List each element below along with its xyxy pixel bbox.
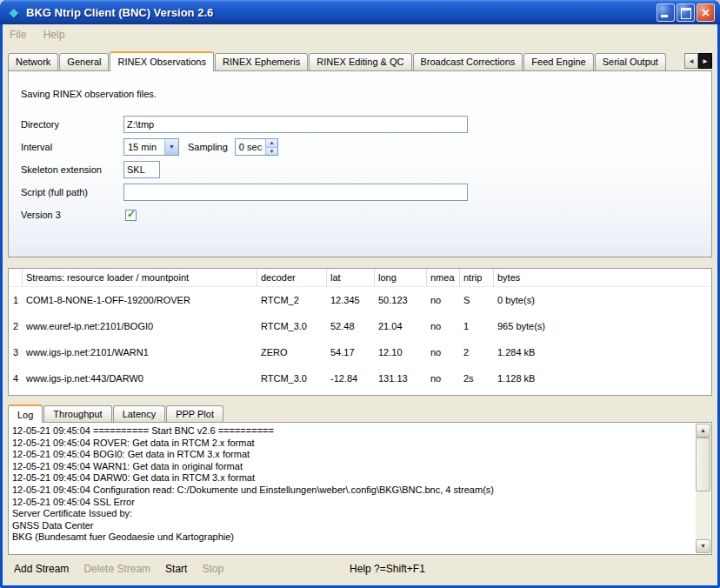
delete-stream-button[interactable]: Delete Stream [83,563,150,575]
directory-input[interactable] [123,116,468,133]
header-bytes: bytes [494,269,711,287]
cell-bytes: 1.128 kB [494,373,711,384]
log-line: 12-05-21 09:45:04 DARW0: Get data in RTC… [12,472,692,484]
log-line: GNSS Data Center [12,520,692,532]
script-path-input[interactable] [123,184,468,201]
panel-description: Saving RINEX observation files. [21,89,711,99]
log-line: Server Certificate Issued by: [12,508,692,520]
cell-mountpoint: www.igs-ip.net:443/DARW0 [23,373,257,384]
row-number: 3 [9,347,23,357]
cell-lat: -12.84 [327,373,375,384]
log-line: 12-05-21 09:45:04 WARN1: Get data in ori… [12,461,692,473]
menu-file[interactable]: File [10,29,26,41]
cell-lat: 52.48 [327,321,375,331]
header-decoder: decoder [257,269,327,287]
scrollbar-thumb[interactable] [696,438,710,491]
spin-up-icon[interactable]: ▲ [266,139,277,147]
tab-scroll-right-button[interactable]: ► [698,53,712,69]
tab-rinex-ephemeris[interactable]: RINEX Ephemeris [215,53,308,70]
tab-serial-output[interactable]: Serial Output [595,53,666,70]
table-row[interactable]: 2 www.euref-ip.net:2101/BOGI0 RTCM_3.0 5… [9,313,711,339]
app-icon: ◆ [6,4,22,20]
interval-value: 15 min [124,139,164,155]
cell-long: 50.123 [375,295,427,305]
log-line: 12-05-21 09:45:04 ROVER: Get data in RTC… [12,438,692,450]
tab-latency[interactable]: Latency [113,405,166,422]
directory-label: Directory [21,119,123,130]
scroll-up-icon: ▲ [700,427,706,433]
cell-long: 131.13 [375,373,427,384]
rinex-observations-panel: Saving RINEX observation files. Director… [8,70,712,257]
chevron-down-icon[interactable]: ▼ [164,139,178,155]
version3-row: Version 3 ✓ [21,204,711,226]
skeleton-extension-label: Skeleton extension [21,164,123,175]
scroll-left-icon: ◄ [688,57,695,65]
table-row[interactable]: 3 www.igs-ip.net:2101/WARN1 ZERO 54.17 1… [9,339,711,365]
spin-down-icon[interactable]: ▼ [266,147,277,156]
cell-mountpoint: www.igs-ip.net:2101/WARN1 [23,347,257,357]
tab-ppp-plot[interactable]: PPP Plot [166,405,223,422]
add-stream-button[interactable]: Add Stream [14,563,69,575]
script-path-label: Script (full path) [21,187,123,197]
tab-scroll-left-button[interactable]: ◄ [684,53,698,69]
streams-table-header: Streams: resource loader / mountpoint de… [9,269,711,287]
tab-feed-engine[interactable]: Feed Engine [523,53,593,70]
cell-bytes: 0 byte(s) [494,295,711,305]
log-line: BKG (Bundesamt fuer Geodaesie und Kartog… [12,531,692,544]
version3-checkbox[interactable]: ✓ [125,210,137,221]
cell-nmea: no [427,295,460,305]
tab-log[interactable]: Log [8,404,43,423]
close-button[interactable]: ✕ [697,3,715,22]
scroll-right-icon: ► [702,57,709,65]
header-long: long [375,269,427,287]
directory-row: Directory [21,113,711,136]
tab-rinex-observations[interactable]: RINEX Observations [110,51,213,71]
skeleton-row: Skeleton extension [21,158,711,181]
stop-button[interactable]: Stop [202,563,223,575]
cell-mountpoint: COM1-8-NONE-1-OFF-19200/ROVER [23,295,257,305]
table-row[interactable]: 4 www.igs-ip.net:443/DARW0 RTCM_3.0 -12.… [9,365,711,391]
tab-broadcast-corrections[interactable]: Broadcast Corrections [413,53,523,70]
cell-bytes: 965 byte(s) [494,321,711,331]
cell-ntrip: S [460,295,494,305]
skeleton-extension-input[interactable] [123,161,160,178]
table-row[interactable]: 1 COM1-8-NONE-1-OFF-19200/ROVER RTCM_2 1… [9,287,711,313]
cell-ntrip: 2 [460,347,494,357]
cell-ntrip: 1 [460,321,494,331]
scroll-up-button[interactable]: ▲ [696,424,710,438]
maximize-button[interactable] [677,3,695,22]
tab-network[interactable]: Network [8,53,58,70]
settings-tab-bar: Network General RINEX Observations RINEX… [8,50,712,70]
sampling-spinner[interactable]: 0 sec ▲ ▼ [235,138,278,156]
sampling-label: Sampling [188,142,228,152]
log-line: 12-05-21 09:45:04 Configuration read: C:… [12,484,692,497]
help-shortcut-hint: Help ?=Shift+F1 [350,563,425,575]
row-number: 2 [9,321,23,331]
log-line: 12-05-21 09:45:04 SSL Error [12,497,692,509]
row-number: 1 [9,295,23,305]
close-icon: ✕ [697,5,714,21]
tab-general[interactable]: General [59,53,109,70]
cell-bytes: 1.284 kB [494,347,711,357]
menu-bar: File Help [3,24,717,45]
header-ntrip: ntrip [460,269,494,287]
app-window: ◆ BKG Ntrip Client (BNC) Version 2.6 ✕ F… [0,0,720,588]
interval-select[interactable]: 15 min ▼ [123,138,179,156]
title-bar: ◆ BKG Ntrip Client (BNC) Version 2.6 ✕ [0,0,720,24]
interval-row: Interval 15 min ▼ Sampling 0 sec ▲ ▼ [21,136,711,158]
log-scrollbar[interactable]: ▲ ▼ [696,424,710,553]
script-row: Script (full path) [21,181,711,204]
interval-label: Interval [21,142,123,152]
version3-label: Version 3 [21,210,123,220]
scroll-down-button[interactable]: ▼ [696,539,710,553]
menu-help[interactable]: Help [43,29,65,41]
sampling-value: 0 sec [236,139,265,155]
tab-throughput[interactable]: Throughput [43,405,111,422]
cell-decoder: RTCM_2 [257,295,327,305]
tab-rinex-editing-qc[interactable]: RINEX Editing & QC [309,53,411,70]
start-button[interactable]: Start [165,563,187,575]
cell-lat: 54.17 [327,347,375,357]
minimize-button[interactable] [657,3,675,22]
action-bar: Add Stream Delete Stream Start Stop Help… [3,555,717,575]
log-output: 12-05-21 09:45:04 ========== Start BNC v… [8,422,712,555]
